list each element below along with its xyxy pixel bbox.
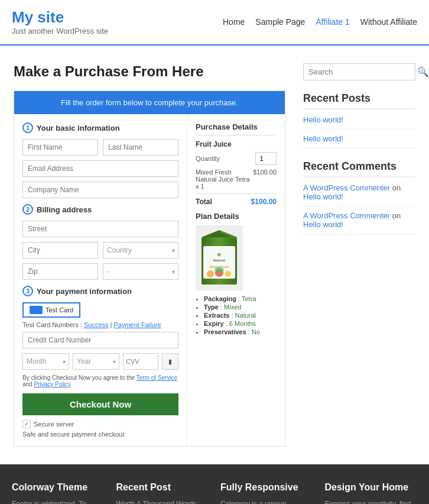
card-failure-link[interactable]: Payment Failure xyxy=(114,321,161,328)
checkout-container: Fill the order form below to complete yo… xyxy=(14,91,285,447)
comment-1: A WordPress Commenter on Hello world! xyxy=(303,211,415,234)
city-country-row: Country xyxy=(22,242,178,259)
checkout-body: 1 Your basic information xyxy=(14,114,285,446)
card-number-input[interactable] xyxy=(22,332,178,348)
header: My site Just another WordPress site Home… xyxy=(0,0,429,44)
footer: Colorway Theme Footer is widgetized. To … xyxy=(0,464,429,504)
year-wrap: Year xyxy=(73,353,119,370)
svg-point-11 xyxy=(214,267,224,273)
footer-col-2-title: Fully Responsive xyxy=(220,482,313,493)
total-row: Total $100.00 xyxy=(196,198,277,206)
card-numbers-label: Test Card Numbers : xyxy=(22,321,82,328)
month-cvv-row: Month Year ▮ xyxy=(22,353,178,370)
payment-section: 3 Your payment information Test Card Tes… xyxy=(22,286,178,438)
country-select[interactable]: Country xyxy=(103,242,178,259)
section1-title: 1 Your basic information xyxy=(22,122,178,133)
site-tagline: Just another WordPress site xyxy=(12,27,108,35)
billing-section: 2 Billing address Coun xyxy=(22,204,178,280)
site-title: My site xyxy=(12,8,108,27)
city-wrap xyxy=(22,242,98,259)
product-name: Fruit Juice xyxy=(196,140,277,148)
street-input[interactable] xyxy=(22,221,178,237)
test-card-button[interactable]: Test Card xyxy=(22,302,80,318)
commenter-0-link[interactable]: A WordPress Commenter xyxy=(303,183,390,192)
last-name-input[interactable] xyxy=(103,139,178,156)
item-label: Mixed Fresh Natural Juice Tetra x 1 xyxy=(196,169,253,190)
recent-post-1[interactable]: Hello world! xyxy=(303,134,415,148)
svg-text:B: B xyxy=(217,252,221,257)
state-select[interactable]: - xyxy=(103,263,178,280)
total-value: $100.00 xyxy=(251,198,277,206)
main-wrap: Make a Purchase From Here Fill the order… xyxy=(2,46,427,464)
terms-text: By clicking Checkout Now you agree to th… xyxy=(22,374,178,387)
country-wrap: Country xyxy=(103,242,178,259)
recent-post-0[interactable]: Hello world! xyxy=(303,115,415,130)
plan-title: Plan Details xyxy=(196,212,277,221)
zip-wrap xyxy=(22,263,98,280)
company-row xyxy=(22,182,178,198)
zip-row: - xyxy=(22,263,178,280)
juice-carton-svg: B Natural Mixed Fruit xyxy=(196,225,243,290)
secure-row: ✓ Secure server xyxy=(22,420,178,428)
recent-posts-section: Recent Posts Hello world! Hello world! xyxy=(303,92,415,148)
qty-input[interactable] xyxy=(255,152,277,165)
svg-point-10 xyxy=(225,271,231,277)
terms-link[interactable]: Term of Service xyxy=(136,374,177,381)
section3-label: Your payment information xyxy=(37,287,132,296)
cvv-input[interactable] xyxy=(123,353,158,370)
commenter-1-link[interactable]: A WordPress Commenter xyxy=(303,211,390,220)
section2-num: 2 xyxy=(22,204,33,215)
details-column: Purchase Details Fruit Juice Quantity Mi… xyxy=(187,114,285,446)
email-row xyxy=(22,160,178,177)
street-row xyxy=(22,221,178,237)
footer-col-0-text: Footer is widgetized. To setup the foote… xyxy=(12,499,105,504)
nav-without-affiliate[interactable]: Without Affiliate xyxy=(360,17,417,27)
cvv-icon: ▮ xyxy=(162,353,178,370)
first-name-input[interactable] xyxy=(22,139,98,156)
card-success-link[interactable]: Success xyxy=(84,321,109,328)
city-input[interactable] xyxy=(22,242,98,259)
search-button[interactable]: 🔍 xyxy=(412,64,429,80)
recent-comments-title: Recent Comments xyxy=(303,160,415,177)
checkout-button[interactable]: Checkout Now xyxy=(22,393,178,415)
company-input[interactable] xyxy=(22,182,178,198)
product-image: B Natural Mixed Fruit xyxy=(196,225,243,290)
zip-input[interactable] xyxy=(22,263,98,280)
qty-label: Quantity xyxy=(196,155,220,162)
comment-1-post-link[interactable]: Hello world! xyxy=(303,220,343,229)
comment-0-post-link[interactable]: Hello world! xyxy=(303,192,343,201)
first-name-wrap xyxy=(22,139,98,156)
search-input[interactable] xyxy=(304,64,412,80)
test-card-label: Test Card xyxy=(46,306,73,314)
footer-col-1: Recent Post Worth A Thousand Words Categ… xyxy=(116,482,209,504)
nav-affiliate1[interactable]: Affiliate 1 xyxy=(316,17,349,27)
content-area: Make a Purchase From Here Fill the order… xyxy=(14,63,285,447)
privacy-link[interactable]: Privacy Policy xyxy=(34,381,70,387)
footer-post-link-1[interactable]: Worth A Thousand Words xyxy=(116,499,209,504)
bullet-type: Type : Mixed xyxy=(204,303,277,311)
checkout-header-text: Fill the order form below to complete yo… xyxy=(61,98,238,107)
month-select[interactable]: Month xyxy=(22,353,69,370)
card-number-row xyxy=(22,332,178,348)
footer-col-3: Design Your Home Express your creativity… xyxy=(325,482,418,504)
purchase-title: Purchase Details xyxy=(196,122,277,135)
bullet-preservatives: Preservatives : No xyxy=(204,328,277,335)
bullet-expiry: Expiry : 6 Months xyxy=(204,320,277,327)
comment-0: A WordPress Commenter on Hello world! xyxy=(303,183,415,206)
section3-title: 3 Your payment information xyxy=(22,286,178,296)
sidebar: 🔍 Recent Posts Hello world! Hello world!… xyxy=(303,63,415,447)
email-input[interactable] xyxy=(22,160,178,177)
card-icon xyxy=(30,306,43,314)
nav-sample-page[interactable]: Sample Page xyxy=(255,17,305,27)
section1-num: 1 xyxy=(22,122,33,133)
svg-text:Natural: Natural xyxy=(213,259,226,262)
footer-col-1-title: Recent Post xyxy=(116,482,209,493)
main-nav: Home Sample Page Affiliate 1 Without Aff… xyxy=(223,17,417,27)
total-label: Total xyxy=(196,198,212,206)
checkout-header-bar: Fill the order form below to complete yo… xyxy=(14,91,285,114)
site-branding: My site Just another WordPress site xyxy=(12,8,108,35)
plan-bullets: Packaging : Tetra Type : Mixed Extracts … xyxy=(196,295,277,335)
year-select[interactable]: Year xyxy=(73,353,119,370)
nav-home[interactable]: Home xyxy=(223,17,245,27)
qty-row: Quantity xyxy=(196,152,277,165)
